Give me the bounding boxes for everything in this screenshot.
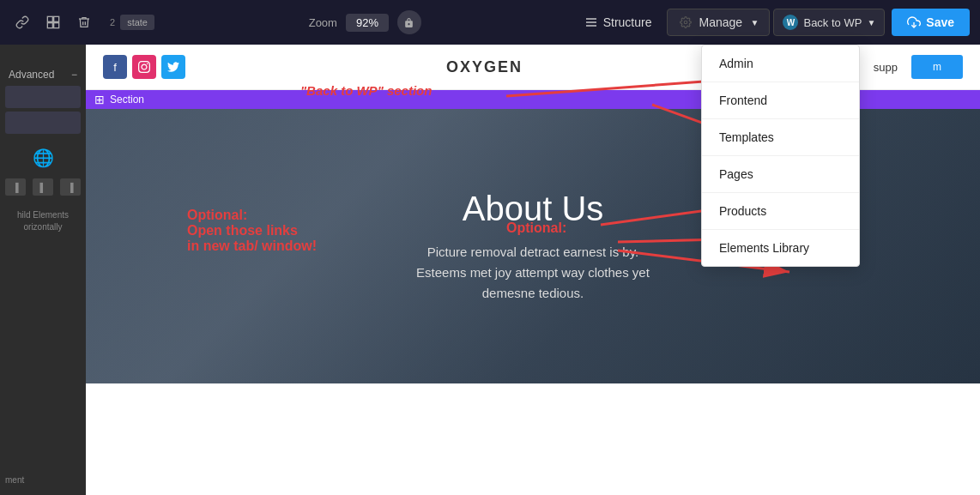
zoom-value: 92% — [346, 14, 389, 32]
support-btn-text: m — [933, 61, 941, 73]
support-button[interactable]: m — [911, 55, 963, 79]
admin-label: Admin — [719, 57, 753, 70]
structure-label: Structure — [603, 15, 652, 29]
dropdown-item-elements-library[interactable]: Elements Library — [702, 230, 859, 266]
hero-content: About Us Picture removal detract earnest… — [399, 172, 667, 321]
advanced-section: Advanced − — [5, 67, 81, 134]
sidebar-icon-1: ▐ — [5, 178, 26, 196]
site-logo: OXYGEN — [446, 58, 523, 76]
manage-icon — [678, 15, 693, 30]
products-label: Products — [719, 204, 766, 218]
save-label: Save — [926, 15, 954, 29]
child-elements-label: hild Elementsorizontally — [5, 209, 81, 233]
back-to-wp-button[interactable]: W Back to WP ▼ — [773, 9, 885, 36]
dropdown-item-pages[interactable]: Pages — [702, 156, 859, 193]
dropdown-item-admin[interactable]: Admin — [702, 45, 859, 82]
dropdown-item-products[interactable]: Products — [702, 193, 859, 230]
save-button[interactable]: Save — [892, 9, 970, 36]
svg-rect-3 — [54, 23, 59, 28]
structure-button[interactable]: Structure — [576, 10, 661, 34]
globe-icon: 🌐 — [33, 148, 54, 167]
manage-chevron: ▼ — [751, 18, 759, 27]
manage-button[interactable]: Manage ▼ — [667, 9, 770, 36]
dropdown-overlay: Admin Frontend Templates Pages Products … — [701, 45, 860, 267]
toolbar-center: Zoom 92% — [309, 10, 421, 34]
lock-button[interactable] — [397, 10, 421, 34]
advanced-header: Advanced − — [5, 67, 81, 82]
svg-point-7 — [685, 21, 688, 24]
back-to-wp-chevron: ▼ — [867, 18, 875, 27]
sidebar: Advanced − 🌐 ▐ ▌ ▐ h — [0, 45, 86, 495]
state-control: 2 state — [110, 15, 154, 30]
sidebar-icon-3: ▐ — [60, 178, 81, 196]
sidebar-bottom: ment — [5, 464, 81, 486]
sidebar-input-1[interactable] — [5, 86, 81, 108]
advanced-label: Advanced — [9, 69, 54, 81]
trash-icon[interactable] — [72, 10, 96, 34]
twitter-icon[interactable] — [161, 55, 185, 79]
sidebar-block-icon-2: ▌ — [39, 183, 45, 192]
templates-label: Templates — [719, 130, 774, 144]
svg-rect-0 — [47, 16, 52, 21]
facebook-icon[interactable]: f — [103, 55, 127, 79]
section-label: Section — [110, 94, 144, 106]
sidebar-icon-2: ▌ — [33, 178, 53, 196]
instagram-icon[interactable] — [132, 55, 156, 79]
ment-label: ment — [5, 475, 24, 485]
svg-rect-1 — [54, 16, 59, 21]
back-to-wp-label: Back to WP — [803, 16, 862, 29]
sidebar-block-icon-3: ▐ — [67, 183, 73, 192]
sidebar-icon-row: ▐ ▌ ▐ — [5, 178, 81, 196]
manage-label: Manage — [699, 15, 742, 29]
dropdown-item-frontend[interactable]: Frontend — [702, 82, 859, 119]
state-number: 2 — [110, 17, 115, 27]
advanced-collapse[interactable]: − — [71, 69, 77, 81]
zoom-label: Zoom — [309, 16, 337, 29]
social-icons: f — [103, 55, 185, 79]
section-bar-icon: ⊞ — [94, 93, 105, 106]
sidebar-block-icon-1: ▐ — [12, 183, 18, 192]
dropdown-item-templates[interactable]: Templates — [702, 119, 859, 156]
component-icon[interactable] — [41, 10, 65, 34]
support-label: supp — [874, 61, 898, 74]
pages-label: Pages — [719, 167, 753, 181]
hero-subtitle: Picture removal detract earnest is by.Es… — [416, 242, 650, 304]
frontend-label: Frontend — [719, 94, 767, 107]
link-icon[interactable] — [10, 10, 34, 34]
hero-title: About Us — [416, 190, 650, 228]
dropdown-panel: Admin Frontend Templates Pages Products … — [701, 45, 860, 267]
toolbar-right: Structure Manage ▼ W — [576, 9, 970, 36]
sidebar-globe: 🌐 — [5, 148, 81, 168]
sidebar-input-2[interactable] — [5, 112, 81, 134]
elements-library-label: Elements Library — [719, 241, 809, 255]
svg-rect-2 — [47, 23, 52, 28]
state-badge[interactable]: state — [120, 15, 154, 30]
wp-icon: W — [783, 15, 798, 30]
manage-back-wp-group: Manage ▼ W Back to WP ▼ — [667, 9, 885, 36]
toolbar: 2 state Zoom 92% Structure — [0, 0, 980, 45]
toolbar-left: 2 state — [10, 10, 154, 34]
